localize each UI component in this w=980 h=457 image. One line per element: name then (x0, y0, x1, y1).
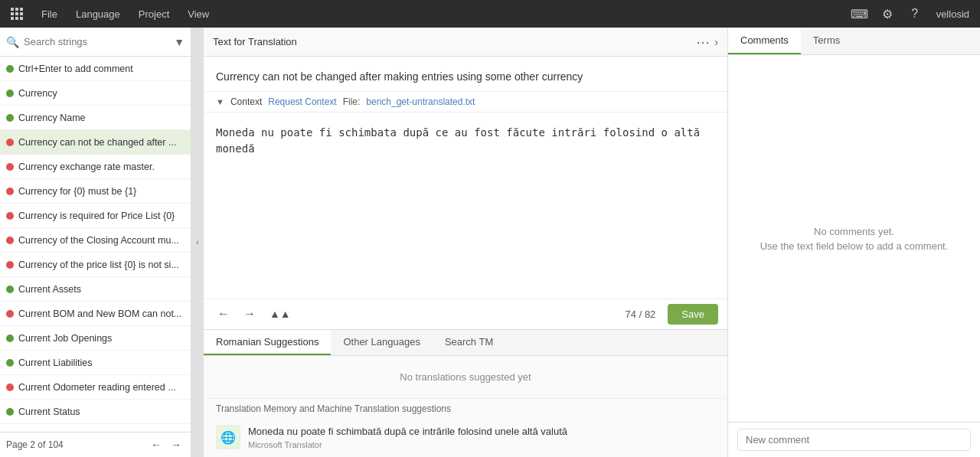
request-context-link[interactable]: Request Context (268, 96, 336, 107)
center-header: Text for Translation ⋯ › (204, 28, 727, 57)
status-dot (6, 114, 14, 122)
suggestion-text: Moneda nu poate fi schimbată după ce int… (248, 425, 567, 439)
sidebar-item[interactable]: Currency is required for Price List {0} (0, 204, 191, 228)
keyboard-icon[interactable]: ⌨ (849, 3, 871, 24)
suggestion-item[interactable]: 🌐 Moneda nu poate fi schimbată după ce i… (204, 417, 727, 457)
suggestions-content: No translations suggested yet (204, 356, 727, 398)
center-panel: Text for Translation ⋯ › Currency can no… (204, 28, 727, 457)
suggestion-text-block: Moneda nu poate fi schimbată după ce int… (248, 425, 567, 449)
status-dot (6, 65, 14, 73)
menu-bar: File Language Project View ⌨ ⚙ ? vellosi… (0, 0, 980, 28)
sidebar-item-label: Currency of the Closing Account mu... (18, 235, 179, 246)
menu-file[interactable]: File (34, 5, 65, 23)
translation-input[interactable] (216, 125, 715, 186)
status-dot (6, 212, 14, 220)
svg-rect-8 (20, 17, 23, 20)
svg-text:🌐: 🌐 (220, 430, 236, 445)
svg-rect-7 (15, 17, 18, 20)
prev-string-button[interactable]: ← (213, 304, 234, 324)
sidebar-item[interactable]: Current BOM and New BOM can not... (0, 302, 191, 326)
sidebar-item[interactable]: Currency exchange rate master. (0, 155, 191, 179)
right-content: No comments yet. Use the text field belo… (728, 55, 980, 422)
filter-icon[interactable]: ▼ (174, 36, 185, 48)
sidebar-item[interactable]: Currency (0, 81, 191, 106)
right-tabs: Comments Terms (728, 28, 980, 55)
center-header-title: Text for Translation (213, 36, 696, 47)
sidebar-item[interactable]: Currency Name (0, 106, 191, 130)
sidebar: 🔍 ▼ Ctrl+Enter to add commentCurrencyCur… (0, 28, 191, 457)
sidebar-item[interactable]: Currency for {0} must be {1} (0, 179, 191, 204)
center-header-actions: ⋯ › (696, 35, 718, 49)
save-button[interactable]: Save (668, 304, 718, 325)
status-dot (6, 310, 14, 318)
status-dot (6, 163, 14, 171)
source-text-area: Currency can not be changed after making… (204, 57, 727, 92)
collapse-sidebar-button[interactable]: ‹ (191, 28, 204, 457)
menu-language[interactable]: Language (68, 5, 128, 23)
copy-source-button[interactable]: ▲▲ (265, 305, 296, 323)
svg-rect-3 (11, 12, 14, 15)
sidebar-item-label: Currency can not be changed after ... (18, 137, 176, 148)
next-string-button[interactable]: → (239, 304, 260, 324)
sidebar-item[interactable]: Currency of the Closing Account mu... (0, 228, 191, 253)
next-page-button[interactable]: → (168, 437, 185, 452)
more-options-button[interactable]: ⋯ (696, 35, 710, 49)
sidebar-item-label: Ctrl+Enter to add comment (18, 64, 133, 74)
svg-rect-1 (15, 8, 18, 11)
file-name-link[interactable]: bench_get-untranslated.txt (366, 96, 475, 107)
sidebar-item-label: Currency of the price list {0} is not si… (18, 260, 179, 270)
sidebar-item-label: Current BOM and New BOM can not... (18, 308, 181, 319)
context-label: Context (230, 96, 262, 107)
sidebar-item[interactable]: Current Odometer reading entered ... (0, 375, 191, 400)
microsoft-translator-icon: 🌐 (216, 425, 240, 449)
sidebar-item-label: Currency exchange rate master. (18, 162, 155, 172)
sidebar-item[interactable]: Current Liabilities (0, 351, 191, 375)
sidebar-item[interactable]: Currency of the price list {0} is not si… (0, 253, 191, 277)
tab-search-tm[interactable]: Search TM (433, 330, 505, 355)
sidebar-item[interactable]: Currency can not be changed after ... (0, 130, 191, 155)
prev-page-button[interactable]: ← (148, 437, 165, 452)
sidebar-item[interactable]: Current Status (0, 400, 191, 424)
tab-comments[interactable]: Comments (728, 28, 801, 54)
file-label: File: (343, 96, 361, 107)
sidebar-item[interactable]: Current Assets (0, 277, 191, 302)
help-icon[interactable]: ? (904, 3, 926, 24)
app-grid-icon[interactable] (6, 3, 28, 24)
search-input[interactable] (24, 36, 169, 47)
tab-romanian-suggestions[interactable]: Romanian Suggestions (204, 330, 331, 355)
no-suggestions-text: No translations suggested yet (216, 365, 715, 389)
sidebar-item-label: Current Assets (18, 284, 81, 295)
page-info: Page 2 of 104 (6, 439, 64, 450)
status-dot (6, 237, 14, 244)
context-bar: ▼ Context Request Context File: bench_ge… (204, 92, 727, 113)
svg-rect-0 (11, 8, 14, 11)
suggestions-tabs: Romanian Suggestions Other Languages Sea… (204, 330, 727, 356)
tab-other-languages[interactable]: Other Languages (331, 330, 432, 355)
sidebar-item-label: Currency for {0} must be {1} (18, 186, 136, 197)
status-dot (6, 286, 14, 293)
sidebar-item-label: Current Status (18, 406, 80, 417)
expand-button[interactable]: › (714, 36, 718, 48)
suggestions-panel: Romanian Suggestions Other Languages Sea… (204, 329, 727, 457)
sidebar-item[interactable]: Current Job Openings (0, 326, 191, 351)
sidebar-footer: Page 2 of 104 ← → (0, 432, 191, 457)
tab-terms[interactable]: Terms (801, 28, 852, 54)
sidebar-item[interactable]: Current Users (0, 424, 191, 432)
right-panel: Comments Terms No comments yet. Use the … (727, 28, 980, 457)
menu-view[interactable]: View (180, 5, 217, 23)
search-icon: 🔍 (6, 36, 19, 48)
svg-rect-4 (15, 12, 18, 15)
sidebar-item-label: Currency Name (18, 113, 86, 123)
menu-project[interactable]: Project (131, 5, 177, 23)
sidebar-item-label: Current Odometer reading entered ... (18, 382, 176, 393)
status-dot (6, 188, 14, 195)
settings-icon[interactable]: ⚙ (877, 3, 898, 24)
menu-bar-right: ⌨ ⚙ ? vellosid (849, 3, 974, 24)
svg-rect-2 (20, 8, 23, 11)
status-dot (6, 335, 14, 342)
translation-toolbar: ← → ▲▲ 74 / 82 Save (204, 299, 727, 329)
sidebar-item[interactable]: Ctrl+Enter to add comment (0, 57, 191, 81)
svg-rect-6 (11, 17, 14, 20)
new-comment-input[interactable] (737, 429, 971, 451)
source-text: Currency can not be changed after making… (216, 69, 715, 85)
